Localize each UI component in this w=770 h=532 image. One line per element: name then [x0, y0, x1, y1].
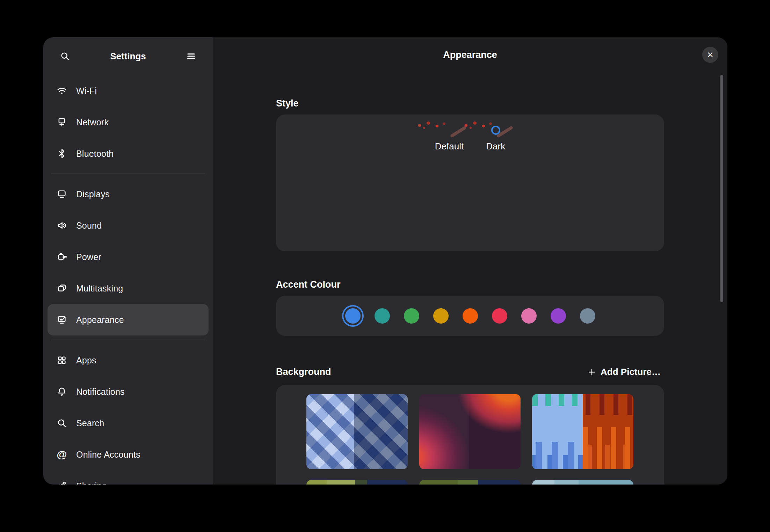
network-icon — [57, 117, 67, 127]
sidebar-item-online-accounts[interactable]: @ Online Accounts — [48, 439, 209, 470]
style-preview-frame-selected — [491, 126, 500, 135]
background-header-row: Background Add Picture… — [276, 364, 664, 379]
sidebar-divider — [51, 340, 205, 340]
sidebar-item-label: Online Accounts — [76, 450, 140, 460]
background-heading: Background — [276, 367, 331, 377]
bluetooth-icon — [57, 148, 67, 159]
sidebar-item-label: Network — [76, 117, 109, 127]
sidebar-item-sharing[interactable]: Sharing — [48, 470, 209, 485]
sidebar-item-displays[interactable]: Displays — [48, 178, 209, 210]
search-icon — [57, 418, 67, 428]
accent-swatch-pink[interactable] — [521, 308, 537, 324]
page-title: Appearance — [213, 37, 727, 72]
sidebar-divider — [51, 173, 205, 174]
style-option-label: Default — [435, 141, 464, 152]
panel-content: Style Default — [213, 98, 727, 485]
sidebar-item-network[interactable]: Network — [48, 106, 209, 138]
sidebar-item-apps[interactable]: Apps — [48, 345, 209, 376]
accent-swatch-slate[interactable] — [580, 308, 595, 324]
accent-swatch-blue[interactable] — [345, 308, 361, 324]
sidebar-item-sound[interactable]: Sound — [48, 210, 209, 241]
style-option-dark[interactable]: Dark — [486, 126, 505, 251]
add-picture-label: Add Picture… — [601, 367, 661, 377]
sidebar-item-notifications[interactable]: Notifications — [48, 376, 209, 407]
sidebar-item-label: Search — [76, 418, 104, 428]
display-icon — [57, 189, 67, 199]
plus-icon — [587, 368, 596, 377]
accent-colour-heading: Accent Colour — [276, 279, 664, 290]
sidebar-header: Settings — [43, 37, 213, 75]
wallpaper-row-partial — [306, 480, 664, 485]
close-icon: ✕ — [707, 50, 713, 60]
accent-swatch-purple[interactable] — [551, 308, 566, 324]
sidebar-item-label: Bluetooth — [76, 149, 114, 159]
sidebar-item-label: Sharing — [76, 481, 107, 485]
sidebar: Settings Wi-Fi Network — [43, 37, 213, 485]
accent-swatch-orange[interactable] — [463, 308, 478, 324]
scrollbar[interactable] — [720, 75, 723, 302]
wallpaper-thumb-olive-navy[interactable] — [419, 480, 521, 485]
sidebar-item-label: Wi-Fi — [76, 86, 97, 96]
bell-icon — [57, 386, 67, 397]
style-option-default[interactable]: Default — [435, 126, 464, 251]
speaker-icon — [57, 220, 67, 231]
wallpaper-row — [306, 394, 664, 469]
wallpaper-thumb-purple-orange-waves[interactable] — [419, 394, 521, 469]
style-card: Default Dark — [276, 114, 664, 251]
add-picture-button[interactable]: Add Picture… — [584, 364, 664, 379]
appearance-panel: Appearance ✕ Style — [213, 37, 727, 485]
accent-swatch-amber[interactable] — [433, 308, 449, 324]
wifi-icon — [57, 86, 67, 96]
background-card — [276, 385, 664, 485]
accent-swatch-green[interactable] — [404, 308, 419, 324]
appearance-icon — [57, 315, 67, 325]
wallpaper-thumb-blue-cubes[interactable] — [306, 394, 408, 469]
wallpaper-thumb-blue-orange-drips[interactable] — [532, 394, 633, 469]
sidebar-nav: Wi-Fi Network Bluetooth Displays — [43, 75, 213, 485]
sidebar-item-wifi[interactable]: Wi-Fi — [48, 75, 209, 106]
hamburger-menu-icon — [186, 51, 196, 61]
share-icon — [57, 481, 67, 485]
sidebar-item-label: Sound — [76, 221, 102, 231]
battery-icon — [57, 252, 67, 262]
at-icon: @ — [57, 449, 67, 460]
sidebar-item-label: Appearance — [76, 315, 124, 325]
search-icon — [60, 51, 70, 61]
close-button[interactable]: ✕ — [702, 47, 718, 63]
grid-icon — [57, 355, 67, 365]
desktop: { "sidebar": { "title": "Settings", "ite… — [0, 0, 770, 532]
accent-colour-card — [276, 296, 664, 336]
sidebar-title: Settings — [73, 51, 183, 62]
sidebar-item-appearance[interactable]: Appearance — [48, 304, 209, 335]
style-option-label: Dark — [486, 141, 505, 152]
sidebar-item-search[interactable]: Search — [48, 407, 209, 439]
panel-header: Appearance ✕ — [213, 37, 727, 72]
style-heading: Style — [276, 98, 664, 109]
sidebar-item-bluetooth[interactable]: Bluetooth — [48, 138, 209, 169]
accent-swatch-teal[interactable] — [375, 308, 390, 324]
windows-overlap-icon — [57, 283, 67, 294]
sidebar-item-label: Multitasking — [76, 283, 123, 294]
sidebar-item-label: Apps — [76, 355, 96, 365]
wallpaper-thumb-green-navy[interactable] — [306, 480, 408, 485]
sidebar-item-label: Power — [76, 252, 101, 262]
sidebar-item-label: Notifications — [76, 387, 125, 397]
search-button[interactable] — [57, 49, 73, 64]
wallpaper-thumb-light-blue-teal[interactable] — [532, 480, 633, 485]
sidebar-item-multitasking[interactable]: Multitasking — [48, 273, 209, 304]
style-preview-frame — [445, 126, 454, 135]
sidebar-item-power[interactable]: Power — [48, 241, 209, 273]
accent-swatch-red[interactable] — [492, 308, 507, 324]
main-menu-button[interactable] — [183, 49, 199, 64]
settings-window: Settings Wi-Fi Network — [43, 37, 727, 485]
sidebar-item-label: Displays — [76, 189, 110, 199]
